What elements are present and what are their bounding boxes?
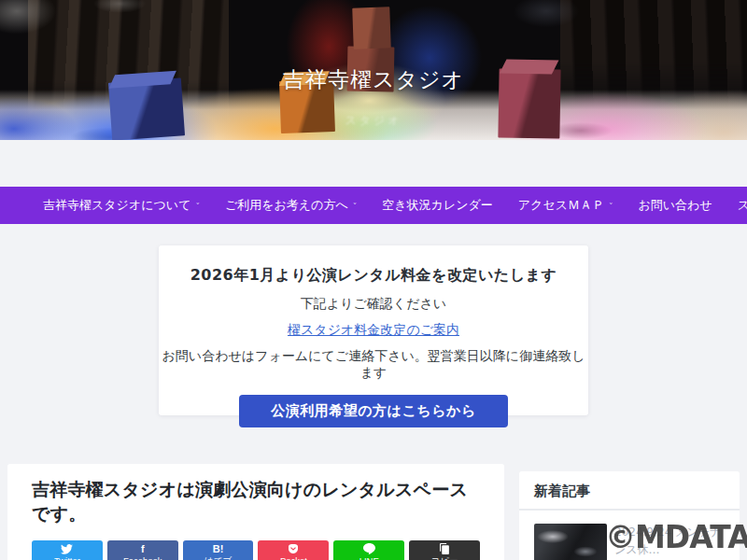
main-content-card: 吉祥寺櫂スタジオは演劇公演向けのレンタルスペースです。 Twitter f Fa… bbox=[7, 464, 504, 560]
page-title: 吉祥寺櫂スタジオは演劇公演向けのレンタルスペースです。 bbox=[32, 478, 480, 526]
site-tagline: スタジオ bbox=[0, 113, 747, 129]
announcement-text: 下記よりご確認ください bbox=[159, 296, 588, 313]
line-share-button[interactable]: LINE bbox=[333, 540, 404, 560]
share-button-label: はてブ bbox=[204, 555, 232, 560]
nav-item-contact[interactable]: お問い合わせ bbox=[639, 197, 712, 214]
copy-link-button[interactable]: コピー bbox=[409, 540, 480, 560]
stage-cube-stack-top bbox=[352, 7, 391, 49]
chevron-down-icon: ˅ bbox=[609, 202, 613, 211]
social-share-bar: Twitter f Facebook B! はてブ Pocket LINE bbox=[32, 540, 480, 560]
copy-icon bbox=[440, 543, 450, 555]
nav-item-availability-calendar[interactable]: 空き状況カレンダー bbox=[382, 197, 493, 214]
line-bubble-icon bbox=[363, 543, 375, 555]
hero-banner: スタジオ 吉祥寺櫂スタジオ bbox=[0, 0, 747, 140]
nav-item-label: ご利用をお考えの方へ bbox=[225, 197, 348, 214]
main-navigation: 吉祥寺櫂スタジオについて ˅ ご利用をお考えの方へ ˅ 空き状況カレンダー アク… bbox=[0, 187, 747, 224]
twitter-bird-icon bbox=[61, 543, 73, 555]
announcement-text: お問い合わせはフォームにてご連絡下さい。翌営業日以降に御連絡致します bbox=[159, 348, 588, 382]
nav-item-label: アクセスＭＡＰ bbox=[518, 197, 604, 214]
mdata-watermark: ©MDATA bbox=[605, 519, 747, 555]
nav-item-label: お問い合わせ bbox=[639, 197, 712, 214]
share-button-label: Facebook bbox=[123, 555, 162, 560]
share-button-label: Pocket bbox=[280, 555, 307, 560]
nav-item-staff-blog[interactable]: スタッフブログ bbox=[738, 197, 747, 214]
sidebar-heading: 新着記事 bbox=[519, 483, 740, 511]
article-thumbnail bbox=[534, 524, 607, 560]
nav-item-label: 吉祥寺櫂スタジオについて bbox=[43, 197, 190, 214]
share-button-label: Twitter bbox=[54, 555, 80, 560]
chevron-down-icon: ˅ bbox=[195, 202, 200, 211]
hatena-b-icon: B! bbox=[213, 543, 224, 555]
announcement-title: 2026年1月より公演レンタル料金を改定いたします bbox=[159, 266, 588, 286]
performance-application-button[interactable]: 公演利用希望の方はこちらから bbox=[239, 395, 507, 427]
announcement-card: 2026年1月より公演レンタル料金を改定いたします 下記よりご確認ください 櫂ス… bbox=[159, 245, 588, 415]
pocket-share-button[interactable]: Pocket bbox=[258, 540, 329, 560]
nav-item-for-users[interactable]: ご利用をお考えの方へ ˅ bbox=[225, 197, 357, 214]
facebook-f-icon: f bbox=[141, 543, 145, 555]
pocket-icon bbox=[288, 543, 299, 555]
twitter-share-button[interactable]: Twitter bbox=[32, 540, 103, 560]
site-title: 吉祥寺櫂スタジオ bbox=[0, 65, 747, 94]
page: スタジオ 吉祥寺櫂スタジオ 吉祥寺櫂スタジオについて ˅ ご利用をお考えの方へ … bbox=[0, 0, 747, 560]
share-button-label: コピー bbox=[431, 555, 458, 560]
nav-item-label: 空き状況カレンダー bbox=[382, 197, 493, 214]
nav-item-about[interactable]: 吉祥寺櫂スタジオについて ˅ bbox=[43, 197, 200, 214]
share-button-label: LINE bbox=[359, 555, 379, 560]
chevron-down-icon: ˅ bbox=[353, 202, 358, 211]
nav-item-label: スタッフブログ bbox=[738, 197, 747, 214]
nav-item-access-map[interactable]: アクセスＭＡＰ ˅ bbox=[518, 197, 613, 214]
facebook-share-button[interactable]: f Facebook bbox=[107, 540, 178, 560]
hatena-bookmark-button[interactable]: B! はてブ bbox=[183, 540, 254, 560]
price-revision-link[interactable]: 櫂スタジオ料金改定のご案内 bbox=[288, 322, 459, 339]
